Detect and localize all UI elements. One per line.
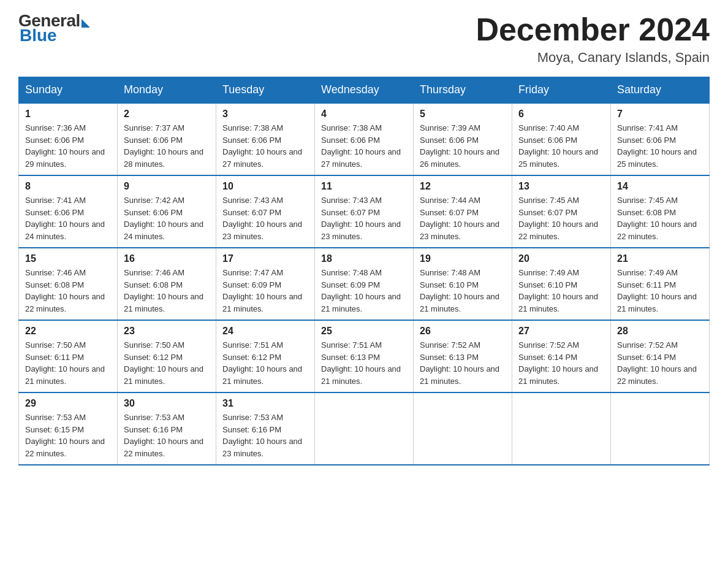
month-title: December 2024: [476, 12, 710, 47]
calendar-cell: 28Sunrise: 7:52 AMSunset: 6:14 PMDayligh…: [611, 320, 710, 393]
calendar-cell: 3Sunrise: 7:38 AMSunset: 6:06 PMDaylight…: [216, 103, 315, 175]
calendar-cell: 24Sunrise: 7:51 AMSunset: 6:12 PMDayligh…: [216, 320, 315, 393]
calendar-table: SundayMondayTuesdayWednesdayThursdayFrid…: [18, 77, 710, 465]
day-info: Sunrise: 7:50 AMSunset: 6:11 PMDaylight:…: [25, 339, 111, 387]
logo-blue-text: Blue: [20, 27, 57, 44]
calendar-cell: 31Sunrise: 7:53 AMSunset: 6:16 PMDayligh…: [216, 393, 315, 465]
day-number: 2: [124, 109, 210, 120]
day-number: 5: [420, 109, 506, 120]
day-number: 30: [124, 398, 210, 409]
day-number: 9: [124, 181, 210, 192]
day-number: 28: [617, 326, 703, 337]
day-info: Sunrise: 7:52 AMSunset: 6:14 PMDaylight:…: [617, 339, 703, 387]
day-info: Sunrise: 7:53 AMSunset: 6:16 PMDaylight:…: [124, 412, 210, 459]
logo-arrow-icon: [82, 19, 90, 28]
day-info: Sunrise: 7:51 AMSunset: 6:13 PMDaylight:…: [321, 339, 407, 387]
day-info: Sunrise: 7:45 AMSunset: 6:07 PMDaylight:…: [518, 194, 604, 242]
calendar-cell: 2Sunrise: 7:37 AMSunset: 6:06 PMDaylight…: [118, 103, 216, 175]
calendar-cell: 14Sunrise: 7:45 AMSunset: 6:08 PMDayligh…: [611, 175, 710, 248]
header-sunday: Sunday: [19, 77, 118, 104]
calendar-cell: 17Sunrise: 7:47 AMSunset: 6:09 PMDayligh…: [216, 248, 315, 320]
day-number: 12: [420, 181, 506, 192]
header-saturday: Saturday: [611, 77, 710, 104]
day-info: Sunrise: 7:41 AMSunset: 6:06 PMDaylight:…: [25, 194, 111, 242]
header-thursday: Thursday: [414, 77, 512, 104]
calendar-cell: 19Sunrise: 7:48 AMSunset: 6:10 PMDayligh…: [414, 248, 512, 320]
day-info: Sunrise: 7:44 AMSunset: 6:07 PMDaylight:…: [420, 194, 506, 242]
calendar-cell: 30Sunrise: 7:53 AMSunset: 6:16 PMDayligh…: [118, 393, 216, 465]
day-info: Sunrise: 7:47 AMSunset: 6:09 PMDaylight:…: [222, 267, 308, 315]
calendar-header: SundayMondayTuesdayWednesdayThursdayFrid…: [19, 77, 710, 104]
day-number: 19: [420, 253, 506, 264]
day-number: 1: [25, 109, 111, 120]
day-number: 25: [321, 326, 407, 337]
day-info: Sunrise: 7:45 AMSunset: 6:08 PMDaylight:…: [617, 194, 703, 242]
day-info: Sunrise: 7:53 AMSunset: 6:16 PMDaylight:…: [222, 412, 308, 459]
day-number: 26: [420, 326, 506, 337]
header-tuesday: Tuesday: [216, 77, 315, 104]
calendar-cell: 20Sunrise: 7:49 AMSunset: 6:10 PMDayligh…: [512, 248, 611, 320]
calendar-cell: 8Sunrise: 7:41 AMSunset: 6:06 PMDaylight…: [19, 175, 118, 248]
calendar-cell: 9Sunrise: 7:42 AMSunset: 6:06 PMDaylight…: [118, 175, 216, 248]
calendar-cell: 10Sunrise: 7:43 AMSunset: 6:07 PMDayligh…: [216, 175, 315, 248]
calendar-cell: [414, 393, 512, 465]
calendar-cell: 6Sunrise: 7:40 AMSunset: 6:06 PMDaylight…: [512, 103, 611, 175]
header-friday: Friday: [512, 77, 611, 104]
day-number: 22: [25, 326, 111, 337]
header-monday: Monday: [118, 77, 216, 104]
day-number: 18: [321, 253, 407, 264]
week-row-1: 1Sunrise: 7:36 AMSunset: 6:06 PMDaylight…: [19, 103, 710, 175]
day-info: Sunrise: 7:43 AMSunset: 6:07 PMDaylight:…: [222, 194, 308, 242]
day-info: Sunrise: 7:48 AMSunset: 6:10 PMDaylight:…: [420, 267, 506, 315]
day-info: Sunrise: 7:38 AMSunset: 6:06 PMDaylight:…: [321, 122, 407, 170]
calendar-cell: 18Sunrise: 7:48 AMSunset: 6:09 PMDayligh…: [315, 248, 414, 320]
day-info: Sunrise: 7:52 AMSunset: 6:14 PMDaylight:…: [518, 339, 604, 387]
day-info: Sunrise: 7:53 AMSunset: 6:15 PMDaylight:…: [25, 412, 111, 459]
calendar-cell: 15Sunrise: 7:46 AMSunset: 6:08 PMDayligh…: [19, 248, 118, 320]
calendar-cell: [512, 393, 611, 465]
calendar-cell: 29Sunrise: 7:53 AMSunset: 6:15 PMDayligh…: [19, 393, 118, 465]
calendar-cell: [315, 393, 414, 465]
day-number: 31: [222, 398, 308, 409]
day-info: Sunrise: 7:41 AMSunset: 6:06 PMDaylight:…: [617, 122, 703, 170]
day-number: 24: [222, 326, 308, 337]
title-section: December 2024 Moya, Canary Islands, Spai…: [476, 12, 710, 66]
calendar-body: 1Sunrise: 7:36 AMSunset: 6:06 PMDaylight…: [19, 103, 710, 465]
day-info: Sunrise: 7:36 AMSunset: 6:06 PMDaylight:…: [25, 122, 111, 170]
day-number: 20: [518, 253, 604, 264]
logo: General Blue: [18, 12, 90, 44]
day-number: 27: [518, 326, 604, 337]
day-info: Sunrise: 7:48 AMSunset: 6:09 PMDaylight:…: [321, 267, 407, 315]
day-number: 7: [617, 109, 703, 120]
day-number: 16: [124, 253, 210, 264]
day-number: 17: [222, 253, 308, 264]
day-info: Sunrise: 7:38 AMSunset: 6:06 PMDaylight:…: [222, 122, 308, 170]
day-number: 8: [25, 181, 111, 192]
day-number: 6: [518, 109, 604, 120]
day-info: Sunrise: 7:50 AMSunset: 6:12 PMDaylight:…: [124, 339, 210, 387]
day-info: Sunrise: 7:46 AMSunset: 6:08 PMDaylight:…: [25, 267, 111, 315]
calendar-cell: 13Sunrise: 7:45 AMSunset: 6:07 PMDayligh…: [512, 175, 611, 248]
location-text: Moya, Canary Islands, Spain: [476, 50, 710, 66]
calendar-cell: 12Sunrise: 7:44 AMSunset: 6:07 PMDayligh…: [414, 175, 512, 248]
day-number: 3: [222, 109, 308, 120]
day-info: Sunrise: 7:49 AMSunset: 6:10 PMDaylight:…: [518, 267, 604, 315]
day-number: 14: [617, 181, 703, 192]
calendar-cell: 27Sunrise: 7:52 AMSunset: 6:14 PMDayligh…: [512, 320, 611, 393]
day-number: 13: [518, 181, 604, 192]
page-header: General Blue December 2024 Moya, Canary …: [18, 12, 710, 66]
calendar-cell: 22Sunrise: 7:50 AMSunset: 6:11 PMDayligh…: [19, 320, 118, 393]
day-number: 21: [617, 253, 703, 264]
day-info: Sunrise: 7:39 AMSunset: 6:06 PMDaylight:…: [420, 122, 506, 170]
calendar-cell: [611, 393, 710, 465]
calendar-cell: 23Sunrise: 7:50 AMSunset: 6:12 PMDayligh…: [118, 320, 216, 393]
day-number: 23: [124, 326, 210, 337]
day-number: 4: [321, 109, 407, 120]
day-info: Sunrise: 7:46 AMSunset: 6:08 PMDaylight:…: [124, 267, 210, 315]
calendar-cell: 11Sunrise: 7:43 AMSunset: 6:07 PMDayligh…: [315, 175, 414, 248]
day-number: 29: [25, 398, 111, 409]
calendar-cell: 4Sunrise: 7:38 AMSunset: 6:06 PMDaylight…: [315, 103, 414, 175]
week-row-3: 15Sunrise: 7:46 AMSunset: 6:08 PMDayligh…: [19, 248, 710, 320]
day-number: 11: [321, 181, 407, 192]
week-row-4: 22Sunrise: 7:50 AMSunset: 6:11 PMDayligh…: [19, 320, 710, 393]
